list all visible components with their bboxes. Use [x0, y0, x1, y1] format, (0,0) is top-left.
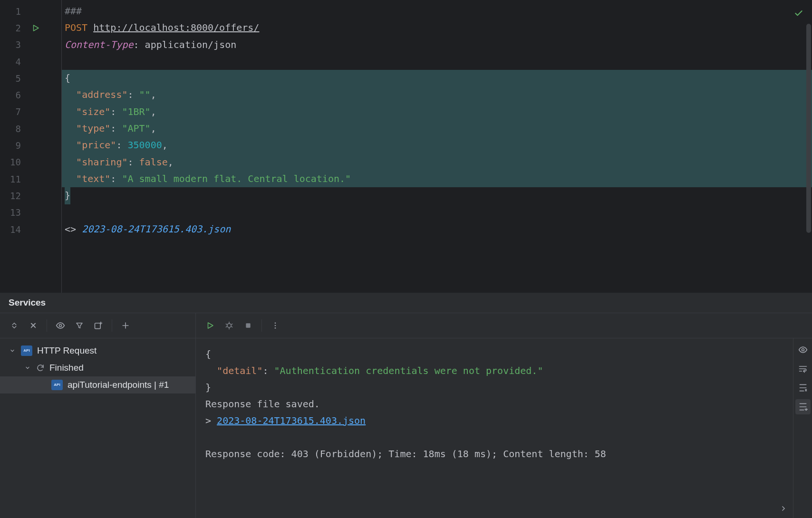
saved-response-file-link[interactable]: 2023-08-24T173615.403.json — [82, 223, 231, 235]
line-number: 1 — [0, 3, 61, 19]
svg-point-4 — [275, 322, 276, 324]
header-name: Content-Type — [65, 39, 134, 50]
refresh-icon — [36, 364, 45, 372]
collapse-all-icon[interactable] — [25, 317, 42, 334]
request-url: http://localhost:8000/offers/ — [93, 22, 259, 33]
line-number: 11 — [0, 171, 61, 187]
tree-label: HTTP Request — [37, 345, 97, 356]
response-side-toolbar — [793, 338, 812, 518]
scroll-to-end-icon[interactable] — [795, 399, 811, 414]
services-tree: API HTTP Request Finished API apiTutoria… — [0, 338, 196, 518]
svg-rect-1 — [95, 323, 101, 329]
response-output[interactable]: { "detail": "Authentication credentials … — [196, 338, 793, 518]
line-number: 8 — [0, 120, 61, 137]
svg-point-7 — [802, 349, 804, 351]
stop-icon[interactable] — [240, 317, 257, 334]
response-saved-text: Response file saved. — [205, 398, 320, 410]
chevron-down-icon — [10, 348, 16, 354]
rerun-icon[interactable] — [202, 317, 219, 334]
more-options-icon[interactable] — [267, 317, 284, 334]
header-value: application/json — [145, 39, 237, 50]
services-panel: Services — [0, 293, 812, 518]
editor-area: 1 2 3 4 5 6 7 8 9 10 11 12 13 14 ### POS… — [0, 0, 812, 293]
next-result-icon[interactable] — [780, 505, 787, 512]
line-number: 12 — [0, 187, 61, 204]
preview-eye-icon[interactable] — [795, 342, 811, 357]
response-pane: { "detail": "Authentication credentials … — [196, 338, 812, 518]
tree-node-endpoint[interactable]: API apiTutorial-endpoints | #1 — [0, 376, 195, 393]
line-number: 3 — [0, 37, 61, 53]
run-request-gutter-icon[interactable] — [31, 24, 40, 32]
chevron-down-icon — [25, 365, 31, 371]
tree-label: apiTutorial-endpoints | #1 — [68, 380, 169, 390]
api-icon: API — [21, 345, 32, 356]
line-number: 13 — [0, 204, 61, 221]
filter-icon[interactable] — [71, 317, 88, 334]
scroll-to-top-icon[interactable] — [795, 380, 811, 395]
new-session-icon[interactable] — [90, 317, 107, 334]
code-editor[interactable]: ### POST http://localhost:8000/offers/ C… — [62, 0, 812, 293]
services-toolbar — [0, 313, 812, 338]
expand-collapse-icon[interactable] — [6, 317, 23, 334]
response-file-link[interactable]: 2023-08-24T173615.403.json — [217, 415, 366, 426]
add-service-icon[interactable] — [117, 317, 134, 334]
tree-node-http-request[interactable]: API HTTP Request — [0, 342, 195, 359]
line-number: 6 — [0, 86, 61, 103]
line-number: 2 — [0, 19, 61, 36]
line-number: 14 — [0, 221, 61, 238]
line-number: 5 — [0, 70, 61, 86]
http-method: POST — [65, 22, 87, 33]
editor-scrollbar[interactable] — [806, 24, 811, 233]
problems-ok-icon[interactable] — [794, 9, 803, 18]
tree-node-finished[interactable]: Finished — [0, 359, 195, 376]
soft-wrap-icon[interactable] — [795, 361, 811, 376]
api-icon: API — [51, 380, 63, 390]
line-number: 4 — [0, 53, 61, 70]
response-status-line: Response code: 403 (Forbidden); Time: 18… — [205, 448, 606, 460]
line-number: 9 — [0, 137, 61, 153]
tree-label: Finished — [49, 363, 84, 373]
svg-point-0 — [59, 325, 62, 327]
svg-point-6 — [275, 327, 276, 329]
svg-point-5 — [275, 325, 276, 326]
show-hidden-icon[interactable] — [52, 317, 69, 334]
services-title: Services — [0, 293, 812, 313]
debug-icon[interactable] — [221, 317, 238, 334]
svg-rect-3 — [246, 323, 250, 327]
editor-gutter: 1 2 3 4 5 6 7 8 9 10 11 12 13 14 — [0, 0, 62, 293]
line-number: 7 — [0, 104, 61, 120]
request-separator: ### — [65, 5, 82, 17]
svg-point-2 — [227, 324, 231, 327]
line-number: 10 — [0, 154, 61, 171]
